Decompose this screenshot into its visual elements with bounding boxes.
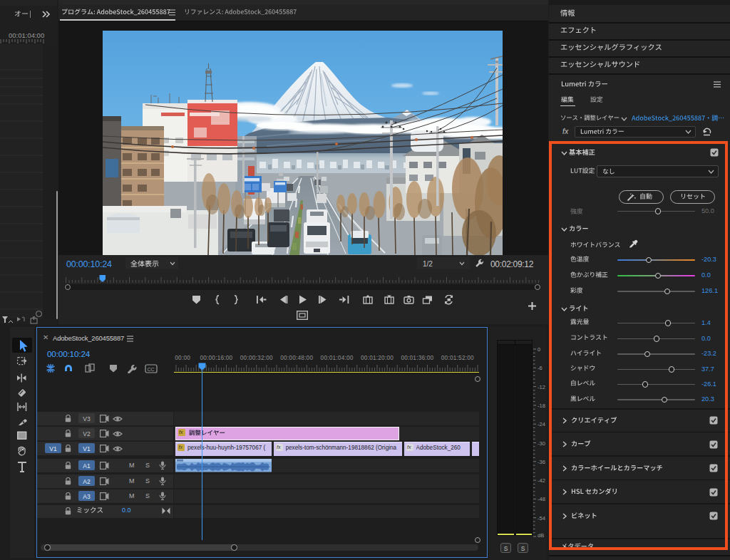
svg-text:CC: CC — [148, 367, 155, 372]
